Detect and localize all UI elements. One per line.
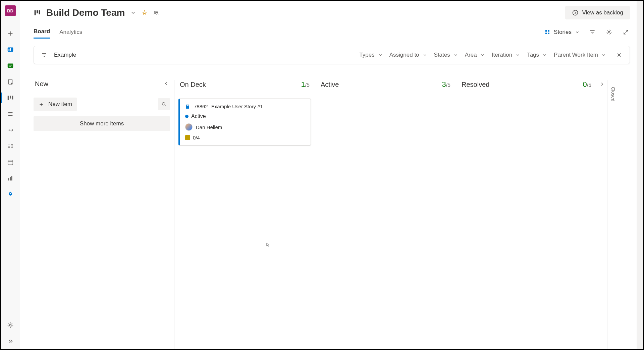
- column-active: Active 3/5: [315, 80, 456, 349]
- svg-rect-17: [37, 10, 38, 13]
- chevron-down-icon: [542, 53, 547, 57]
- column-active-count: 3/5: [442, 80, 450, 89]
- chevron-right-icon: [599, 81, 605, 87]
- nav-sprints[interactable]: [1, 122, 20, 138]
- nav-boards[interactable]: [1, 90, 20, 106]
- kanban-board: New ＋ New item Show more items: [34, 80, 630, 349]
- work-item-id: 78862: [194, 104, 208, 109]
- svg-point-27: [162, 103, 165, 105]
- tab-board[interactable]: Board: [34, 25, 50, 39]
- chevron-down-icon: [575, 30, 580, 35]
- filter-toggle-button[interactable]: [588, 28, 596, 36]
- close-filter-button[interactable]: [616, 52, 622, 58]
- new-item-button[interactable]: ＋ New item: [34, 98, 77, 111]
- filter-parent-label: Parent Work Item: [554, 52, 598, 58]
- svg-rect-2: [10, 48, 11, 51]
- checklist-icon: [185, 135, 190, 140]
- search-items-button[interactable]: [158, 98, 170, 110]
- gear-icon: [606, 29, 612, 36]
- svg-point-5: [10, 83, 12, 85]
- show-more-items-button[interactable]: Show more items: [34, 116, 170, 131]
- work-item-tasks: 0/4: [185, 135, 305, 140]
- filter-area-label: Area: [465, 52, 477, 58]
- project-avatar[interactable]: BD: [5, 5, 16, 16]
- add-button[interactable]: [1, 25, 20, 42]
- filter-types[interactable]: Types: [359, 52, 382, 58]
- work-item-assignee: Dan Hellem: [185, 123, 305, 131]
- svg-rect-8: [12, 96, 13, 100]
- expand-icon: [623, 29, 629, 36]
- svg-rect-10: [8, 160, 13, 165]
- svg-point-26: [608, 31, 610, 33]
- svg-rect-12: [10, 177, 11, 180]
- column-closed-title: Closed: [610, 87, 616, 102]
- filter-iteration-label: Iteration: [492, 52, 512, 58]
- filter-area[interactable]: Area: [465, 52, 485, 58]
- sprint-icon: [7, 126, 14, 134]
- svg-rect-24: [545, 33, 547, 34]
- backlog-level-selector[interactable]: Stories: [544, 29, 580, 36]
- left-nav-rail: BD: [1, 1, 20, 349]
- collapse-column-button[interactable]: [163, 81, 169, 86]
- star-icon[interactable]: [142, 10, 148, 16]
- dashboard-icon: [7, 46, 14, 53]
- svg-point-9: [8, 129, 10, 131]
- people-icon[interactable]: [153, 10, 159, 16]
- nav-workitems[interactable]: [1, 74, 20, 90]
- work-item-title: Example User Story #1: [211, 104, 263, 109]
- nav-settings[interactable]: [1, 317, 20, 333]
- stories-icon: [544, 29, 550, 35]
- column-resolved-count: 0/5: [583, 80, 591, 89]
- filter-types-label: Types: [359, 52, 374, 58]
- tasks-count: 0/4: [193, 135, 200, 140]
- double-chevron-right-icon: [7, 338, 14, 345]
- work-item-state: Active: [185, 113, 305, 119]
- arrow-right-circle-icon: [572, 9, 579, 16]
- filter-assigned-to[interactable]: Assigned to: [389, 52, 427, 58]
- filter-tags[interactable]: Tags: [527, 52, 547, 58]
- svg-rect-13: [11, 176, 12, 181]
- chevron-down-icon: [480, 53, 485, 57]
- column-new-title: New: [35, 80, 48, 88]
- filter-states[interactable]: States: [434, 52, 458, 58]
- new-item-label: New item: [48, 101, 72, 108]
- vertical-scrollbar[interactable]: [637, 1, 643, 349]
- scroll-right-button[interactable]: [597, 80, 607, 349]
- column-active-title: Active: [321, 81, 339, 89]
- rocket-icon: [7, 191, 14, 198]
- nav-analytics[interactable]: [1, 170, 20, 186]
- filter-keyword[interactable]: Example: [54, 52, 76, 58]
- fullscreen-button[interactable]: [622, 28, 630, 36]
- view-as-backlog-label: View as backlog: [582, 9, 623, 16]
- nav-plans[interactable]: [1, 154, 20, 170]
- settings-button[interactable]: [605, 28, 613, 36]
- chevron-down-icon: [378, 53, 383, 57]
- filter-iteration[interactable]: Iteration: [492, 52, 520, 58]
- svg-rect-11: [8, 178, 9, 180]
- column-on-deck-title: On Deck: [180, 81, 206, 89]
- plus-icon: ＋: [38, 101, 44, 107]
- chevron-down-icon: [601, 53, 606, 57]
- filter-states-label: States: [434, 52, 450, 58]
- column-closed-collapsed[interactable]: Closed: [607, 80, 619, 349]
- view-as-backlog-button[interactable]: View as backlog: [565, 6, 630, 19]
- backlog-level-label: Stories: [554, 29, 572, 36]
- chevron-down-icon: [453, 53, 458, 57]
- nav-queries[interactable]: [1, 138, 20, 154]
- team-name[interactable]: Build Demo Team: [46, 7, 125, 18]
- chevron-down-icon[interactable]: [130, 10, 136, 16]
- query-icon: [7, 142, 14, 150]
- svg-point-15: [9, 324, 11, 326]
- work-item-card[interactable]: 78862 Example User Story #1 Active Dan H…: [178, 99, 311, 145]
- filter-parent-work-item[interactable]: Parent Work Item: [554, 52, 606, 58]
- tab-analytics[interactable]: Analytics: [59, 26, 82, 38]
- nav-overview[interactable]: [1, 42, 20, 58]
- search-icon: [161, 102, 167, 107]
- calendar-icon: [7, 159, 14, 166]
- column-on-deck-count: 1/5: [301, 80, 310, 89]
- chevron-down-icon: [423, 53, 427, 57]
- nav-expand[interactable]: [1, 333, 20, 349]
- nav-boards-summary[interactable]: [1, 58, 20, 74]
- nav-backlogs[interactable]: [1, 106, 20, 122]
- nav-pipelines[interactable]: [1, 186, 20, 202]
